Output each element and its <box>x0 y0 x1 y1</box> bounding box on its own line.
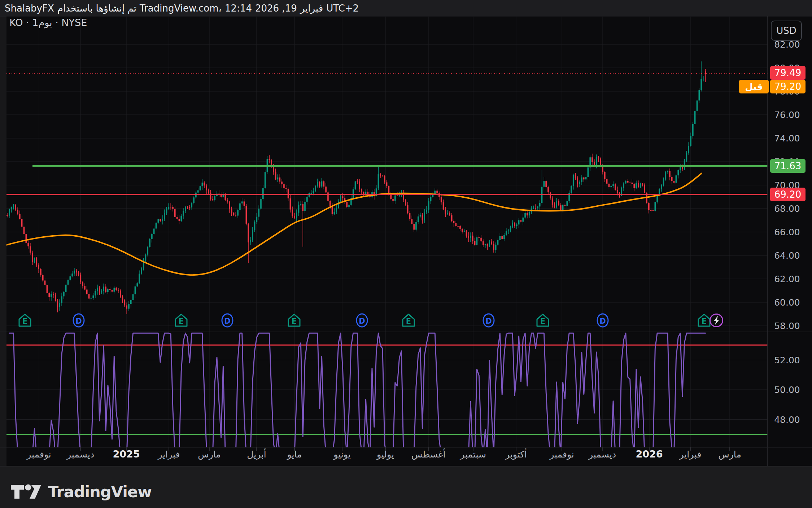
candle-body <box>136 283 138 286</box>
candle-body <box>241 201 243 203</box>
candle-body <box>229 202 230 209</box>
candle-body <box>34 258 35 262</box>
candle-body <box>407 205 409 213</box>
candle-body <box>518 220 520 224</box>
candle-body <box>109 289 111 290</box>
candle-body <box>158 219 159 223</box>
chart-canvas[interactable]: EDEDEDEDEDE 82.0080.0078.0076.0074.0072.… <box>0 0 812 508</box>
candle-body <box>277 178 279 179</box>
tradingview-logo[interactable]: TradingView <box>10 482 152 502</box>
candle-body <box>554 205 555 207</box>
candle-body <box>665 172 667 179</box>
candle-body <box>493 244 494 250</box>
candle-body <box>596 157 597 165</box>
candle-body <box>130 300 132 304</box>
candle-body <box>529 212 530 216</box>
candle-body <box>47 285 48 293</box>
candle-body <box>405 200 406 205</box>
candle-body <box>321 181 323 187</box>
indicator-tick-label: 52.00 <box>774 355 800 365</box>
candle-body <box>512 223 513 227</box>
candle-body <box>317 182 318 186</box>
time-tick-label: أكتوبر <box>505 448 527 460</box>
candle-body <box>172 207 174 209</box>
candle-body <box>281 181 283 184</box>
candle-body <box>323 181 325 187</box>
candle-body <box>636 183 637 188</box>
candle-body <box>189 207 191 208</box>
candle-body <box>57 301 58 307</box>
candle-body <box>699 90 700 100</box>
candle-body <box>579 182 580 184</box>
candle-body <box>418 216 419 222</box>
candle-body <box>550 192 551 198</box>
candle-body <box>571 186 572 193</box>
candle-body <box>489 241 490 246</box>
lightning-badge[interactable] <box>710 314 723 327</box>
candle-body <box>472 236 473 241</box>
candle-body <box>63 292 65 296</box>
candle-body <box>436 190 438 193</box>
candle-body <box>135 286 136 294</box>
candle-body <box>327 192 329 201</box>
candle-body <box>524 213 526 218</box>
candle-body <box>633 184 635 188</box>
time-tick-label: أبريل <box>247 448 266 460</box>
candle-body <box>115 288 117 290</box>
svg-text:E: E <box>292 317 297 326</box>
candle-body <box>208 190 209 193</box>
candle-body <box>684 161 685 169</box>
candle-body <box>9 209 10 216</box>
candle-body <box>27 243 29 246</box>
candle-body <box>99 288 100 292</box>
resistance-price-label: 71.63 <box>770 159 806 173</box>
candle-body <box>164 213 165 219</box>
candle-body <box>640 184 641 187</box>
candle-body <box>697 100 698 111</box>
price-tick-label: 76.00 <box>774 110 800 120</box>
candle-body <box>537 206 538 208</box>
candle-body <box>227 200 228 202</box>
candle-body <box>252 230 253 240</box>
candle-body <box>560 205 562 210</box>
candle-body <box>67 280 69 285</box>
symbol-title[interactable]: KO · 1يوم · NYSE <box>9 17 87 28</box>
candle-body <box>71 273 73 276</box>
candle-body <box>483 241 484 245</box>
candle-body <box>176 217 178 219</box>
candle-body <box>455 223 457 226</box>
candle-body <box>221 195 222 197</box>
candle-body <box>258 209 259 216</box>
candle-body <box>566 201 568 206</box>
candle-body <box>608 184 610 187</box>
candle-body <box>214 196 215 200</box>
candle-body <box>625 181 627 184</box>
candle-body <box>11 207 12 209</box>
candle-body <box>648 203 650 210</box>
candle-body <box>591 157 593 162</box>
candle-body <box>485 244 486 245</box>
candle-body <box>480 238 482 241</box>
indicator-tick-label: 50.00 <box>774 385 800 395</box>
candle-body <box>357 181 358 182</box>
candle-body <box>179 219 180 221</box>
candle-body <box>606 179 608 184</box>
candle-body <box>38 264 39 269</box>
time-tick-label: أغسطس <box>411 448 446 460</box>
time-tick-label: 2026 <box>636 448 663 460</box>
candle-body <box>313 191 314 193</box>
candle-body <box>382 176 383 176</box>
currency-button[interactable]: USD <box>771 21 802 41</box>
candle-body <box>464 231 465 232</box>
candle-body <box>470 236 471 238</box>
candle-body <box>271 160 272 165</box>
indicator-tick-label: 48.00 <box>774 415 800 425</box>
candle-body <box>424 213 425 220</box>
svg-text:E: E <box>702 317 707 326</box>
candle-body <box>413 224 415 230</box>
candle-body <box>564 205 566 206</box>
candle-body <box>340 196 341 201</box>
candle-body <box>298 205 300 213</box>
candle-body <box>122 297 123 300</box>
attribution-text: UTC+2 <box>326 3 359 14</box>
